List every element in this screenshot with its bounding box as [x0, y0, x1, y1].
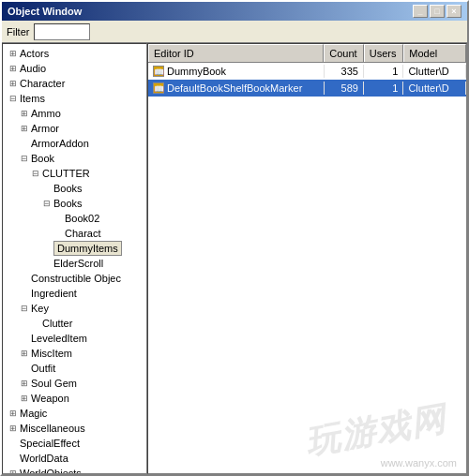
list-header: Editor ID Count Users Model	[148, 44, 466, 63]
watermark-text: 玩游戏网	[302, 396, 450, 467]
tree-label: Key	[31, 303, 49, 314]
expand-icon	[7, 452, 20, 465]
tree-panel: ⊞Actors⊞Audio⊞Character⊟Items⊞Ammo⊞Armor…	[2, 43, 147, 474]
watermark-subtext: www.wanyx.com	[381, 457, 457, 469]
expand-icon	[40, 257, 53, 270]
col-header-users[interactable]: Users	[364, 44, 404, 62]
tree-label: Books	[53, 183, 83, 194]
tree-item-miscitem[interactable]: ⊞MiscItem	[3, 346, 146, 361]
tree-item-soulGem[interactable]: ⊞Soul Gem	[3, 376, 146, 391]
tree-label: Book02	[65, 213, 99, 224]
tree-label: Armor	[31, 123, 59, 134]
tree-label: Ammo	[31, 108, 61, 119]
tree-label: Constructible Objec	[31, 273, 121, 284]
tree-item-books2[interactable]: ⊟Books	[3, 196, 146, 211]
tree-label: Audio	[20, 63, 46, 74]
filter-input[interactable]	[34, 23, 90, 40]
tree-item-key[interactable]: ⊟Key	[3, 301, 146, 316]
tree-item-book[interactable]: ⊟Book	[3, 151, 146, 166]
col-header-count[interactable]: Count	[324, 44, 364, 62]
col-header-model[interactable]: Model	[403, 44, 466, 62]
tree-item-worldobjects[interactable]: ⊞WorldObjects	[3, 466, 146, 474]
tree-label: Ingredient	[31, 288, 77, 299]
cell-model: Clutter\D	[403, 65, 466, 78]
tree-item-dummyitems[interactable]: DummyItems	[3, 241, 146, 256]
tree-item-elderscroll[interactable]: ElderScroll	[3, 256, 146, 271]
expand-icon	[18, 332, 31, 345]
tree-label: CLUTTER	[42, 168, 90, 179]
col-header-editor[interactable]: Editor ID	[148, 44, 324, 62]
tree-item-miscellaneous[interactable]: ⊞Miscellaneous	[3, 421, 146, 436]
expand-icon	[40, 182, 53, 195]
highlight-box: DummyItems	[53, 241, 122, 256]
expand-icon: ⊞	[18, 392, 31, 405]
close-button[interactable]: ×	[446, 5, 461, 18]
cell-users: 1	[364, 65, 403, 78]
tree-label: Items	[20, 93, 45, 104]
expand-icon: ⊞	[18, 107, 31, 120]
table-row[interactable]: 📖DummyBook3351Clutter\D	[148, 63, 466, 80]
expand-icon	[18, 272, 31, 285]
tree-item-clutter[interactable]: ⊟CLUTTER	[3, 166, 146, 181]
minimize-button[interactable]: _	[413, 5, 428, 18]
cell-editor: 📖DummyBook	[148, 65, 325, 78]
expand-icon: ⊟	[18, 302, 31, 315]
tree-item-specialeffect[interactable]: SpecialEffect	[3, 436, 146, 451]
expand-icon: ⊞	[18, 122, 31, 135]
expand-icon: ⊟	[29, 167, 42, 180]
tree-item-leveleditem[interactable]: LeveledItem	[3, 331, 146, 346]
tree-item-audio[interactable]: ⊞Audio	[3, 61, 146, 76]
expand-icon	[18, 137, 31, 150]
expand-icon: ⊞	[7, 467, 20, 474]
tree-label: WorldData	[20, 453, 68, 464]
window-title: Object Window	[8, 6, 82, 17]
tree-item-magic[interactable]: ⊞Magic	[3, 406, 146, 421]
tree-item-books1[interactable]: Books	[3, 181, 146, 196]
tree-label: Book	[31, 153, 54, 164]
tree-label: Character	[20, 78, 65, 89]
tree-label: Actors	[20, 48, 49, 59]
list-panel: Editor ID Count Users Model 📖DummyBook33…	[147, 43, 467, 474]
expand-icon: ⊞	[7, 407, 20, 420]
maximize-button[interactable]: □	[430, 5, 445, 18]
expand-icon	[40, 242, 53, 255]
tree-label: LeveledItem	[31, 333, 87, 344]
book-icon: 📖	[153, 82, 164, 94]
tree-label: WorldObjects	[20, 468, 82, 474]
tree-item-ammo[interactable]: ⊞Ammo	[3, 106, 146, 121]
tree-label: Clutter	[42, 318, 72, 329]
tree-item-constructible[interactable]: Constructible Objec	[3, 271, 146, 286]
cell-count: 589	[325, 82, 364, 95]
tree-item-outfit[interactable]: Outfit	[3, 361, 146, 376]
tree-item-armoraddon[interactable]: ArmorAddon	[3, 136, 146, 151]
tree-item-armor[interactable]: ⊞Armor	[3, 121, 146, 136]
filter-label: Filter	[7, 26, 29, 37]
cell-editor: 📖DefaultBookShelfBookMarker	[148, 82, 325, 95]
tree-item-book02[interactable]: Book02	[3, 211, 146, 226]
filter-bar: Filter	[2, 21, 467, 43]
tree-label: Weapon	[31, 393, 69, 404]
tree-item-clutter2[interactable]: Clutter	[3, 316, 146, 331]
expand-icon	[18, 362, 31, 375]
tree-item-actors[interactable]: ⊞Actors	[3, 46, 146, 61]
expand-icon: ⊟	[18, 152, 31, 165]
tree-item-weapon[interactable]: ⊞Weapon	[3, 391, 146, 406]
table-row[interactable]: 📖DefaultBookShelfBookMarker5891Clutter\D	[148, 80, 466, 97]
expand-icon: ⊞	[7, 77, 20, 90]
expand-icon	[52, 227, 65, 240]
tree-item-character[interactable]: ⊞Character	[3, 76, 146, 91]
cell-model: Clutter\D	[403, 82, 466, 95]
expand-icon	[52, 212, 65, 225]
expand-icon	[29, 317, 42, 330]
main-content: ⊞Actors⊞Audio⊞Character⊟Items⊞Ammo⊞Armor…	[2, 43, 467, 474]
editor-id: DummyBook	[167, 66, 226, 77]
tree-label: Soul Gem	[31, 378, 77, 389]
book-icon: 📖	[153, 66, 164, 77]
tree-item-items[interactable]: ⊟Items	[3, 91, 146, 106]
expand-icon	[18, 287, 31, 300]
tree-item-ingredient[interactable]: Ingredient	[3, 286, 146, 301]
tree-item-charac[interactable]: Charact	[3, 226, 146, 241]
list-body: 📖DummyBook3351Clutter\D📖DefaultBookShelf…	[148, 63, 466, 473]
tree-label: Miscellaneous	[20, 423, 85, 434]
tree-item-worlddata[interactable]: WorldData	[3, 451, 146, 466]
